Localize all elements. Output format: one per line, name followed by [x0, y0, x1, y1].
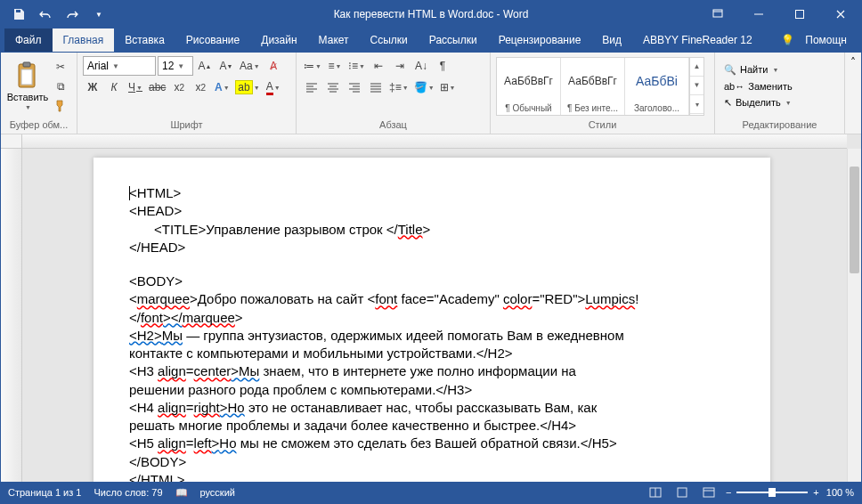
font-color-icon[interactable]: A▼	[264, 77, 283, 97]
zoom-in-icon[interactable]: +	[813, 487, 818, 498]
redo-icon[interactable]	[61, 4, 83, 25]
ribbon-tab-strip: Файл Главная Вставка Рисование Дизайн Ма…	[1, 28, 861, 53]
zoom-slider[interactable]: − +	[726, 487, 819, 498]
bold-button[interactable]: Ж	[83, 77, 102, 97]
cut-icon[interactable]: ✂	[51, 58, 70, 76]
style-scroll-up-icon[interactable]: ▲	[690, 58, 703, 77]
minimize-icon[interactable]	[738, 1, 779, 28]
strikethrough-button[interactable]: abc	[147, 77, 167, 97]
view-web-icon[interactable]	[699, 484, 719, 500]
bullets-icon[interactable]: ≔▼	[302, 56, 323, 76]
decrease-indent-icon[interactable]: ⇤	[369, 56, 388, 76]
highlight-icon[interactable]: ab▼	[233, 77, 261, 97]
tab-review[interactable]: Рецензирование	[488, 28, 592, 52]
tell-me-text[interactable]: Помощн	[805, 28, 858, 52]
replace-button[interactable]: ab↔Заменить	[720, 79, 796, 93]
tab-references[interactable]: Ссылки	[360, 28, 419, 52]
text-effects-icon[interactable]: A▼	[212, 77, 232, 97]
vertical-scrollbar[interactable]	[847, 149, 861, 482]
select-button[interactable]: ↖Выделить▼	[720, 95, 796, 110]
style-normal[interactable]: АаБбВвГг ¶ Обычный	[497, 58, 561, 115]
tab-layout[interactable]: Макет	[308, 28, 360, 52]
svg-rect-7	[703, 488, 714, 497]
replace-icon: ab↔	[724, 81, 744, 92]
status-proofing-icon[interactable]: 📖	[175, 487, 188, 499]
undo-icon[interactable]	[35, 4, 56, 25]
group-label-styles: Стили	[494, 118, 711, 132]
horizontal-ruler[interactable]	[22, 134, 847, 149]
group-label-font: Шрифт	[81, 118, 292, 132]
find-icon: 🔍	[724, 64, 736, 76]
status-page[interactable]: Страница 1 из 1	[8, 487, 81, 498]
shading-icon[interactable]: 🪣▼	[412, 77, 436, 97]
svg-rect-6	[678, 488, 687, 497]
font-name-combo[interactable]: Arial▼	[83, 56, 156, 76]
qat-dropdown-icon[interactable]: ▼	[88, 4, 110, 25]
line-spacing-icon[interactable]: ‡≡▼	[387, 77, 411, 97]
show-marks-icon[interactable]: ¶	[433, 56, 452, 76]
group-editing: 🔍Найти▼ ab↔Заменить ↖Выделить▼ Редактиро…	[715, 53, 845, 134]
tab-insert[interactable]: Вставка	[114, 28, 175, 52]
tab-design[interactable]: Дизайн	[250, 28, 307, 52]
view-print-icon[interactable]	[672, 484, 692, 500]
zoom-out-icon[interactable]: −	[726, 487, 731, 498]
format-painter-icon[interactable]	[51, 97, 70, 115]
style-no-spacing[interactable]: АаБбВвГг ¶ Без инте...	[561, 58, 625, 115]
tab-abbyy[interactable]: ABBYY FineReader 12	[632, 28, 763, 52]
group-label-paragraph: Абзац	[300, 118, 486, 132]
copy-icon[interactable]: ⧉	[51, 77, 70, 95]
change-case-icon[interactable]: Aa▼	[238, 56, 262, 76]
tab-home[interactable]: Главная	[53, 28, 115, 52]
ribbon-options-icon[interactable]	[697, 1, 738, 28]
subscript-button[interactable]: x2	[169, 77, 189, 97]
shrink-font-icon[interactable]: A▼	[216, 56, 236, 76]
tab-draw[interactable]: Рисование	[175, 28, 250, 52]
superscript-button[interactable]: x2	[191, 77, 210, 97]
group-styles: АаБбВвГг ¶ Обычный АаБбВвГг ¶ Без инте..…	[491, 53, 715, 134]
group-paragraph: ≔▼ ≡▼ ⁝≡▼ ⇤ ⇥ A↓ ¶ ‡≡▼ 🪣▼ ⊞▼ Абзац	[297, 53, 491, 134]
maximize-icon[interactable]	[779, 1, 820, 28]
tell-me-icon[interactable]: 💡	[774, 34, 801, 46]
view-read-icon[interactable]	[646, 484, 665, 500]
italic-button[interactable]: К	[104, 77, 124, 97]
multilevel-icon[interactable]: ⁝≡▼	[346, 56, 367, 76]
increase-indent-icon[interactable]: ⇥	[390, 56, 410, 76]
style-expand-icon[interactable]: ▾	[690, 95, 703, 114]
svg-rect-0	[713, 10, 722, 17]
find-button[interactable]: 🔍Найти▼	[720, 62, 796, 77]
tab-file[interactable]: Файл	[4, 28, 53, 52]
document-body[interactable]: <HTML> <HEAD> <TITLE>Управление разрывом…	[129, 184, 735, 482]
status-language[interactable]: русский	[200, 487, 235, 498]
numbering-icon[interactable]: ≡▼	[325, 56, 345, 76]
close-icon[interactable]	[820, 1, 861, 28]
ribbon: Вставить ▼ ✂ ⧉ Буфер обм... Arial▼ 12▼ A…	[1, 53, 861, 134]
tab-mailings[interactable]: Рассылки	[419, 28, 488, 52]
status-word-count[interactable]: Число слов: 79	[94, 487, 162, 498]
paste-button[interactable]: Вставить ▼	[6, 57, 49, 116]
align-right-icon[interactable]	[345, 77, 364, 97]
save-icon[interactable]	[8, 4, 29, 25]
group-label-editing: Редактирование	[719, 118, 841, 132]
group-clipboard: Вставить ▼ ✂ ⧉ Буфер обм...	[1, 53, 77, 134]
tab-view[interactable]: Вид	[591, 28, 632, 52]
document-area: <HTML> <HEAD> <TITLE>Управление разрывом…	[1, 134, 861, 482]
sort-icon[interactable]: A↓	[411, 56, 431, 76]
scrollbar-thumb[interactable]	[850, 167, 859, 273]
svg-rect-3	[23, 62, 30, 67]
select-icon: ↖	[724, 97, 732, 109]
align-left-icon[interactable]	[302, 77, 321, 97]
clear-formatting-icon[interactable]: A̷	[264, 56, 283, 76]
justify-icon[interactable]	[366, 77, 386, 97]
underline-button[interactable]: Ч▼	[126, 77, 145, 97]
style-scroll-down-icon[interactable]: ▼	[690, 77, 703, 95]
borders-icon[interactable]: ⊞▼	[438, 77, 458, 97]
align-center-icon[interactable]	[323, 77, 343, 97]
document-page[interactable]: <HTML> <HEAD> <TITLE>Управление разрывом…	[94, 158, 770, 482]
zoom-level[interactable]: 100 %	[826, 487, 854, 498]
vertical-ruler[interactable]	[1, 149, 22, 482]
style-heading1[interactable]: АаБбВі Заголово...	[625, 58, 689, 115]
font-size-combo[interactable]: 12▼	[158, 56, 193, 76]
collapse-ribbon-icon[interactable]: ˄	[845, 53, 861, 134]
window-title: Как перевести HTML в Word.doc - Word	[334, 8, 529, 20]
grow-font-icon[interactable]: A▲	[195, 56, 215, 76]
